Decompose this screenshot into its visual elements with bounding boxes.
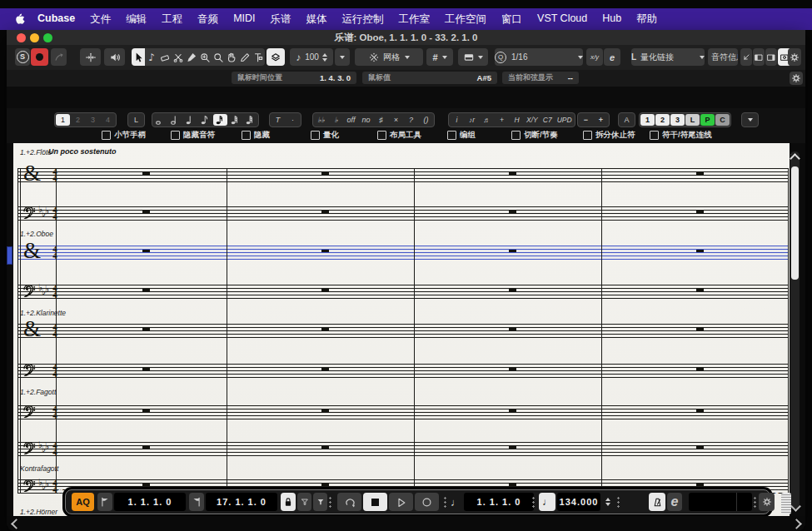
solo-button[interactable]: S (15, 48, 30, 66)
menu-item-13[interactable]: Hub (595, 12, 629, 27)
whole-rest[interactable] (321, 446, 329, 449)
menu-item-14[interactable]: 帮助 (629, 12, 665, 27)
whole-rest[interactable] (696, 250, 704, 253)
iterative-quantize-button[interactable]: e (604, 48, 620, 66)
tempo-mode-button[interactable]: ♩ (539, 493, 555, 511)
layers-button[interactable] (267, 48, 285, 66)
note-value-5[interactable] (228, 114, 242, 126)
function-6[interactable]: C7 (541, 114, 555, 126)
left-zone-button[interactable] (753, 48, 765, 66)
staff-3[interactable]: ♭♭♭44 (18, 285, 788, 299)
right-zone-button[interactable] (765, 48, 777, 66)
apple-menu-icon[interactable] (12, 12, 30, 26)
whole-rest[interactable] (696, 409, 704, 413)
whole-rest[interactable] (142, 172, 150, 176)
menu-item-10[interactable]: 工作空间 (437, 12, 494, 27)
whole-rest[interactable] (321, 250, 329, 253)
whole-rest[interactable] (696, 368, 704, 371)
checkbox-3[interactable] (311, 131, 320, 140)
toolbar-setup-button[interactable] (788, 48, 801, 66)
insert-length-4[interactable]: 4 (101, 114, 115, 126)
staff-5[interactable]: 44 (18, 364, 788, 378)
menu-item-5[interactable]: MIDI (226, 12, 262, 27)
enharmonic-1[interactable]: ♭ (329, 114, 343, 126)
autoscroll-button[interactable] (80, 48, 101, 66)
tempo-display[interactable]: 134.000 (557, 493, 600, 511)
scroll-left-icon[interactable] (11, 519, 22, 529)
checkbox-7[interactable] (583, 131, 592, 140)
lock-button[interactable] (281, 493, 296, 511)
insert-note-tool[interactable]: ♪ (145, 48, 158, 66)
whole-rest[interactable] (321, 328, 329, 331)
whole-rest[interactable] (509, 250, 516, 253)
enharmonic-0[interactable]: ♭♭ (314, 114, 328, 126)
metronome-button[interactable] (649, 493, 665, 511)
note-value-6[interactable] (243, 114, 257, 126)
whole-rest[interactable] (142, 446, 150, 449)
function-5[interactable]: X/Y (525, 114, 540, 126)
whole-rest[interactable] (142, 368, 150, 371)
info-field-1[interactable]: 鼠标值A#5 (362, 72, 497, 84)
trim-tool[interactable] (252, 48, 265, 66)
insert-length-1[interactable]: 1 (56, 114, 70, 126)
voice-3[interactable]: 3 (670, 114, 685, 126)
staff-0[interactable]: &44 (18, 168, 788, 182)
whole-rest[interactable] (509, 409, 516, 413)
left-locator-button[interactable] (97, 493, 112, 511)
step-minus[interactable]: − (579, 114, 593, 126)
stop-button[interactable] (363, 493, 387, 511)
whole-rest[interactable] (509, 211, 516, 214)
click-display[interactable] (689, 493, 752, 511)
velocity-spinner[interactable]: ♪100 (290, 48, 333, 66)
eraser-tool[interactable] (158, 48, 172, 66)
menu-item-1[interactable]: 文件 (82, 12, 118, 27)
transport-setup-button[interactable] (759, 493, 775, 511)
enharmonic-7[interactable]: () (419, 114, 433, 126)
function-2[interactable]: ♬ (480, 114, 494, 126)
corner-window-button[interactable] (740, 48, 752, 66)
voice-L[interactable]: L (685, 114, 700, 126)
checkbox-2[interactable] (242, 131, 251, 140)
left-locator-display[interactable]: 1. 1. 1. 0 (114, 493, 186, 511)
info-field-2[interactable]: 当前和弦显示-- (502, 72, 579, 84)
length-link-button[interactable]: L (129, 114, 143, 126)
whole-rest[interactable] (696, 328, 704, 331)
insert-length-3[interactable]: 3 (86, 114, 100, 126)
whole-rest[interactable] (321, 211, 329, 214)
score-page[interactable]: &44♭♭♭44&44♭♭♭44&444444♭♭♭44♭♭♭441.+2.Fl… (13, 143, 790, 516)
menu-item-7[interactable]: 媒体 (299, 12, 335, 27)
auto-quantize-button[interactable]: AQ (72, 493, 94, 511)
scroll-right-icon[interactable] (791, 519, 802, 529)
voice-1[interactable]: 1 (640, 114, 655, 126)
record-button[interactable] (415, 493, 439, 511)
snap-type-dropdown[interactable]: 网格 (355, 48, 423, 66)
staff-7[interactable]: ♭♭♭44 (18, 442, 788, 456)
whole-rest[interactable] (696, 484, 704, 487)
whole-rest[interactable] (696, 289, 704, 292)
info-field-0[interactable]: 鼠标时间位置1. 4. 3. 0 (232, 72, 356, 84)
function-7[interactable]: UPD (555, 114, 574, 126)
transport-close-right-icon[interactable]: ✕ (774, 489, 780, 497)
punch-out-button[interactable] (313, 493, 327, 511)
step-plus[interactable]: + (594, 114, 608, 126)
checkbox-1[interactable] (171, 131, 180, 140)
right-locator-button[interactable] (189, 493, 204, 511)
quantize-preset-dropdown[interactable]: Q1/16 (495, 48, 583, 66)
enharmonic-4[interactable]: ♯ (374, 114, 388, 126)
active-staff-marker[interactable] (7, 246, 12, 265)
staff-2[interactable]: &44 (18, 246, 788, 260)
whole-rest[interactable] (321, 289, 329, 292)
checkbox-4[interactable] (377, 131, 386, 140)
whole-rest[interactable] (142, 250, 150, 253)
scroll-up-icon[interactable] (790, 153, 800, 164)
checkbox-8[interactable] (650, 131, 659, 140)
hand-tool[interactable] (225, 48, 238, 66)
acoustic-feedback-button[interactable] (51, 48, 67, 66)
function-3[interactable]: + (495, 114, 509, 126)
whole-rest[interactable] (321, 484, 329, 487)
tuplet-quantize-button[interactable]: x/y (586, 48, 603, 66)
menu-item-9[interactable]: 工作室 (391, 12, 438, 27)
function-0[interactable]: i (450, 114, 464, 126)
menu-item-11[interactable]: 窗口 (494, 12, 530, 27)
whole-rest[interactable] (142, 484, 150, 487)
